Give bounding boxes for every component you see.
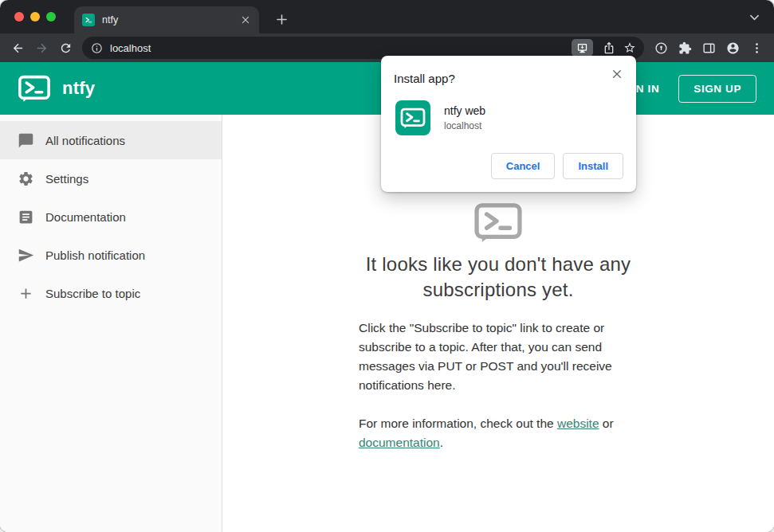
sidebar-item-subscribe-to-topic[interactable]: Subscribe to topic xyxy=(0,274,222,312)
forward-button[interactable] xyxy=(30,37,53,59)
website-link[interactable]: website xyxy=(557,417,599,430)
tab-search-chevron-down-icon[interactable] xyxy=(749,11,760,25)
sidebar: All notifications Settings Documentation… xyxy=(0,115,222,532)
sidebar-item-all-notifications[interactable]: All notifications xyxy=(0,121,222,159)
ntfy-favicon-icon xyxy=(82,14,95,26)
install-app-dialog: Install app? ntfy web localhost Cancel I… xyxy=(381,56,636,192)
install-app-omnibox-icon[interactable] xyxy=(572,39,593,57)
sidebar-item-publish-notification[interactable]: Publish notification xyxy=(0,236,222,274)
more-info-suffix-text: . xyxy=(440,436,443,449)
install-dialog-actions: Cancel Install xyxy=(394,153,623,179)
sign-up-button[interactable]: SIGN UP xyxy=(678,75,756,103)
sidebar-item-settings[interactable]: Settings xyxy=(0,159,222,198)
browser-menu-three-dot-icon[interactable] xyxy=(745,37,768,59)
browser-window: ntfy localhost xyxy=(0,0,774,532)
install-app-meta: ntfy web localhost xyxy=(444,104,485,131)
empty-state-copy: Click the "Subscribe to topic" link to c… xyxy=(359,319,638,452)
documentation-link[interactable]: documentation xyxy=(359,436,440,449)
send-icon xyxy=(18,247,34,264)
profile-avatar-icon[interactable] xyxy=(721,37,744,59)
brand-name: ntfy xyxy=(62,78,95,99)
install-dialog-title: Install app? xyxy=(394,72,455,85)
reload-button[interactable] xyxy=(54,37,77,59)
password-manager-extension-icon[interactable] xyxy=(650,37,672,59)
window-controls xyxy=(14,12,56,22)
install-app-name: ntfy web xyxy=(444,104,485,117)
install-app-origin: localhost xyxy=(444,120,485,131)
more-info-prefix-text: For more information, check out the xyxy=(359,417,557,430)
empty-state-heading: It looks like you don't have any subscri… xyxy=(361,252,636,303)
zoom-window-button[interactable] xyxy=(46,12,56,22)
chat-bubble-icon xyxy=(18,132,34,149)
new-tab-button[interactable] xyxy=(271,9,292,29)
browser-tab-ntfy[interactable]: ntfy xyxy=(74,6,259,33)
back-button[interactable] xyxy=(6,37,29,59)
extensions-puzzle-icon[interactable] xyxy=(674,37,696,59)
side-panel-icon[interactable] xyxy=(697,37,720,59)
gear-icon xyxy=(18,170,34,187)
close-window-button[interactable] xyxy=(14,12,24,22)
site-info-icon[interactable] xyxy=(91,42,103,54)
tab-title: ntfy xyxy=(102,14,238,25)
cancel-button[interactable]: Cancel xyxy=(491,153,556,179)
sidebar-item-label: Publish notification xyxy=(45,248,145,262)
sidebar-item-label: Documentation xyxy=(45,210,126,224)
more-info-middle-text: or xyxy=(599,417,614,430)
install-app-row: ntfy web localhost xyxy=(394,100,623,135)
sidebar-item-documentation[interactable]: Documentation xyxy=(0,198,222,236)
more-info-paragraph: For more information, check out the webs… xyxy=(359,414,638,452)
sidebar-item-label: All notifications xyxy=(45,134,125,147)
sidebar-item-label: Subscribe to topic xyxy=(45,287,140,300)
install-dialog-header: Install app? xyxy=(394,72,623,85)
url-text: localhost xyxy=(110,42,572,54)
sidebar-item-label: Settings xyxy=(45,172,88,186)
book-icon xyxy=(18,209,34,225)
empty-state-description: Click the "Subscribe to topic" link to c… xyxy=(359,319,638,395)
plus-icon xyxy=(18,285,34,302)
ntfy-logo-icon xyxy=(18,75,51,103)
minimize-window-button[interactable] xyxy=(30,12,40,22)
ntfy-app-icon xyxy=(395,100,430,135)
titlebar: ntfy xyxy=(0,0,774,33)
tab-close-icon[interactable] xyxy=(238,13,253,27)
ntfy-terminal-bubble-icon xyxy=(473,202,523,244)
dialog-close-icon[interactable] xyxy=(609,66,625,82)
install-button[interactable]: Install xyxy=(563,153,623,179)
